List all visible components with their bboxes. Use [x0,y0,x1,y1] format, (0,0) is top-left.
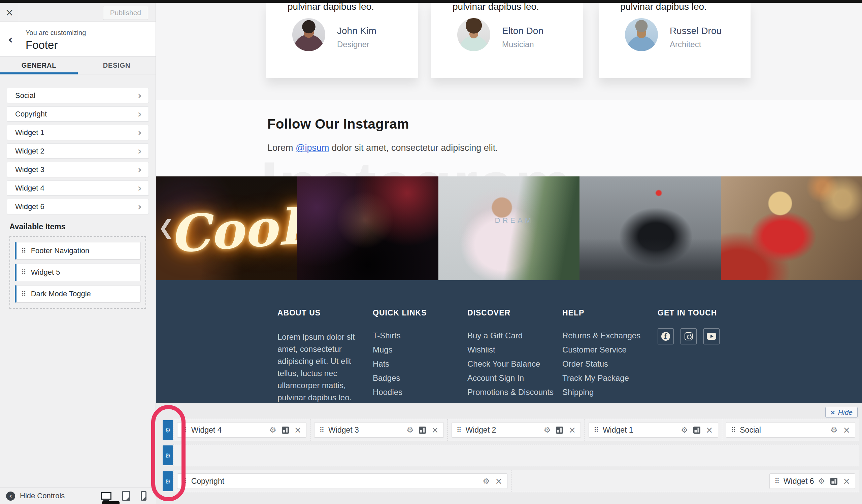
row2-settings-button[interactable]: ⚙ [162,446,173,465]
footer-link[interactable]: Returns & Exchanges [562,331,640,340]
drag-handle-icon[interactable]: ⠿ [731,426,736,434]
close-icon[interactable]: × [569,426,576,434]
available-item-footer-navigation[interactable]: ⠿ Footer Navigation [15,242,141,260]
drag-handle-icon[interactable]: ⠿ [774,477,780,485]
photo-woman-dream-top[interactable]: DREAM [439,176,579,280]
gear-icon[interactable]: ⚙ [818,477,825,485]
team-member-role: Architect [670,40,701,49]
footer-col-title: ABOUT US [277,308,368,318]
desktop-preview-icon[interactable] [101,492,112,500]
close-icon: × [5,6,13,18]
builder-cell: ⠿ Copyright ⚙ × [173,470,511,492]
collapse-controls-icon[interactable]: ‹ [6,492,15,501]
close-icon[interactable]: × [706,426,713,434]
footer-link[interactable]: Check Your Balance [467,359,553,369]
close-customizer-icon[interactable]: × [0,3,19,22]
youtube-link[interactable] [703,328,720,344]
panel-tabs: GENERAL DESIGN [0,56,156,75]
available-item-dark-mode-toggle[interactable]: ⠿ Dark Mode Toggle [15,285,141,303]
shirt-text: DREAM [495,216,533,225]
width-icon[interactable] [556,427,563,434]
width-icon[interactable] [282,427,289,434]
close-icon: × [830,409,835,416]
widget-chip-copyright[interactable]: ⠿ Copyright ⚙ × [177,473,507,489]
footer-link[interactable]: Account Sign In [467,373,553,383]
site-preview: pulvinar dapibus leo. John Kim Designer … [156,3,862,504]
footer-link[interactable]: Buy a Gift Card [467,331,553,340]
avatar [457,18,490,51]
row3-settings-button[interactable]: ⚙ [162,471,173,491]
gear-icon[interactable]: ⚙ [483,477,490,485]
tab-general[interactable]: GENERAL [0,56,78,74]
gear-icon[interactable]: ⚙ [831,426,838,434]
chevron-right-icon: › [138,109,142,119]
photo-sparkler-cool[interactable]: CooL [156,176,297,280]
drag-handle-icon[interactable]: ⠿ [457,426,462,434]
section-item-widget1[interactable]: Widget 1 › [7,125,149,140]
close-icon[interactable]: × [843,477,850,486]
footer-link[interactable]: Mugs [373,345,427,355]
hide-controls-label[interactable]: Hide Controls [20,492,65,500]
footer-link[interactable]: Track My Package [562,373,640,383]
drag-handle-icon[interactable]: ⠿ [593,426,599,434]
back-button[interactable]: ‹ [0,22,21,56]
section-item-widget6[interactable]: Widget 6 › [7,199,149,214]
footer-link[interactable]: T-Shirts [373,331,427,340]
footer-link[interactable]: Customer Service [562,345,640,355]
widget-chip-widget3[interactable]: ⠿ Widget 3 ⚙ × [314,422,443,438]
close-icon[interactable]: × [495,477,502,486]
footer-link[interactable]: Wishlist [467,345,553,355]
gear-icon[interactable]: ⚙ [270,426,276,434]
footer-link[interactable]: Badges [373,373,427,383]
section-item-social[interactable]: Social › [7,88,149,103]
photo-woman-rooftop[interactable] [579,176,721,280]
footer-link[interactable]: Hats [373,359,427,369]
footer-link[interactable]: Hoodies [373,387,427,397]
gear-icon[interactable]: ⚙ [544,426,551,434]
section-item-widget4[interactable]: Widget 4 › [7,181,149,196]
width-icon[interactable] [419,427,426,434]
carousel-prev-icon[interactable]: ❮ [158,217,174,237]
close-icon[interactable]: × [431,426,439,434]
tab-design[interactable]: DESIGN [78,56,156,74]
mobile-preview-icon[interactable] [141,491,146,501]
section-item-copyright[interactable]: Copyright › [7,106,149,121]
footer-link[interactable]: Shipping [562,387,640,397]
section-list: Social › Copyright › Widget 1 › Widget 2… [0,75,156,214]
widget-chip-widget4[interactable]: ⠿ Widget 4 ⚙ × [177,422,306,438]
drag-handle-icon[interactable]: ⠿ [182,426,187,434]
widget-chip-widget1[interactable]: ⠿ Widget 1 ⚙ × [589,422,718,438]
gear-icon[interactable]: ⚙ [681,426,688,434]
row1-settings-button[interactable]: ⚙ [162,420,173,440]
width-icon[interactable] [693,427,701,434]
chevron-right-icon: › [138,91,142,101]
available-item-widget5[interactable]: ⠿ Widget 5 [15,264,141,281]
customizer-sidebar: × Published ‹ You are customizing Footer… [0,3,156,504]
widget-chip-social[interactable]: ⠿ Social ⚙ × [726,422,855,438]
chevron-right-icon: › [138,164,142,175]
drag-handle-icon[interactable]: ⠿ [319,426,324,434]
team-member-role: Designer [337,40,369,49]
footer-link[interactable]: Promotions & Discounts [467,387,553,397]
widget-chip-widget2[interactable]: ⠿ Widget 2 ⚙ × [452,422,581,438]
close-icon[interactable]: × [294,426,302,434]
footer-link[interactable]: Order Status [562,359,640,369]
section-item-widget2[interactable]: Widget 2 › [7,143,149,159]
photo-man-sunglasses[interactable] [297,176,438,280]
publish-button[interactable]: Published [103,6,148,20]
hide-builder-button[interactable]: × Hide [825,407,858,418]
ipsum-link[interactable]: @ipsum [296,143,329,153]
photo-woman-red-shirt[interactable] [721,176,862,280]
footer-col-help: HELP Returns & Exchanges Customer Servic… [562,308,640,416]
gear-icon: ⚙ [165,452,171,459]
drag-handle-icon[interactable]: ⠿ [182,477,187,485]
chevron-right-icon: › [138,146,142,156]
facebook-link[interactable] [657,328,674,344]
section-item-widget3[interactable]: Widget 3 › [7,162,149,177]
close-icon[interactable]: × [843,426,850,434]
widget-chip-widget6[interactable]: ⠿ Widget 6 ⚙ × [769,473,855,489]
width-icon[interactable] [830,478,837,485]
tablet-preview-icon[interactable] [122,491,130,501]
instagram-link[interactable] [680,328,697,344]
gear-icon[interactable]: ⚙ [406,426,414,434]
